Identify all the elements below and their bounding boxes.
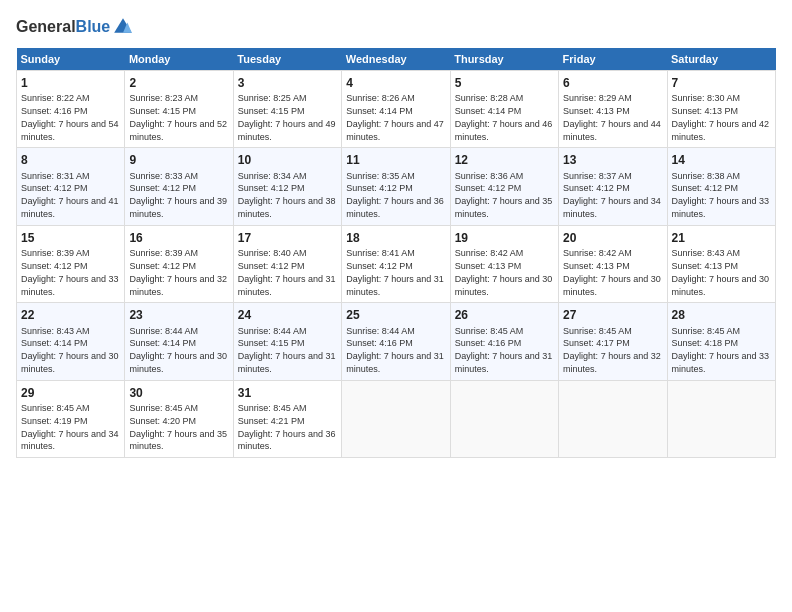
- col-header-sunday: Sunday: [17, 48, 125, 71]
- day-number: 26: [455, 307, 554, 323]
- day-cell: 11 Sunrise: 8:35 AMSunset: 4:12 PMDaylig…: [342, 148, 450, 225]
- week-row-5: 29 Sunrise: 8:45 AMSunset: 4:19 PMDaylig…: [17, 380, 776, 457]
- day-cell: 10 Sunrise: 8:34 AMSunset: 4:12 PMDaylig…: [233, 148, 341, 225]
- day-cell: 4 Sunrise: 8:26 AMSunset: 4:14 PMDayligh…: [342, 71, 450, 148]
- day-number: 31: [238, 385, 337, 401]
- day-number: 30: [129, 385, 228, 401]
- day-info: Sunrise: 8:44 AMSunset: 4:14 PMDaylight:…: [129, 326, 227, 374]
- day-info: Sunrise: 8:38 AMSunset: 4:12 PMDaylight:…: [672, 171, 770, 219]
- day-cell: 9 Sunrise: 8:33 AMSunset: 4:12 PMDayligh…: [125, 148, 233, 225]
- day-cell: [450, 380, 558, 457]
- day-info: Sunrise: 8:30 AMSunset: 4:13 PMDaylight:…: [672, 93, 770, 141]
- day-info: Sunrise: 8:29 AMSunset: 4:13 PMDaylight:…: [563, 93, 661, 141]
- day-cell: 26 Sunrise: 8:45 AMSunset: 4:16 PMDaylig…: [450, 303, 558, 380]
- week-row-1: 1 Sunrise: 8:22 AMSunset: 4:16 PMDayligh…: [17, 71, 776, 148]
- day-cell: [667, 380, 775, 457]
- col-header-thursday: Thursday: [450, 48, 558, 71]
- day-number: 19: [455, 230, 554, 246]
- day-cell: 19 Sunrise: 8:42 AMSunset: 4:13 PMDaylig…: [450, 225, 558, 302]
- day-cell: 7 Sunrise: 8:30 AMSunset: 4:13 PMDayligh…: [667, 71, 775, 148]
- day-info: Sunrise: 8:33 AMSunset: 4:12 PMDaylight:…: [129, 171, 227, 219]
- day-info: Sunrise: 8:35 AMSunset: 4:12 PMDaylight:…: [346, 171, 444, 219]
- day-cell: 17 Sunrise: 8:40 AMSunset: 4:12 PMDaylig…: [233, 225, 341, 302]
- day-cell: 18 Sunrise: 8:41 AMSunset: 4:12 PMDaylig…: [342, 225, 450, 302]
- day-cell: 31 Sunrise: 8:45 AMSunset: 4:21 PMDaylig…: [233, 380, 341, 457]
- day-info: Sunrise: 8:37 AMSunset: 4:12 PMDaylight:…: [563, 171, 661, 219]
- day-number: 2: [129, 75, 228, 91]
- day-number: 11: [346, 152, 445, 168]
- day-info: Sunrise: 8:39 AMSunset: 4:12 PMDaylight:…: [21, 248, 119, 296]
- col-header-wednesday: Wednesday: [342, 48, 450, 71]
- col-header-tuesday: Tuesday: [233, 48, 341, 71]
- day-number: 13: [563, 152, 662, 168]
- day-number: 12: [455, 152, 554, 168]
- day-cell: 23 Sunrise: 8:44 AMSunset: 4:14 PMDaylig…: [125, 303, 233, 380]
- day-number: 23: [129, 307, 228, 323]
- day-number: 24: [238, 307, 337, 323]
- day-info: Sunrise: 8:41 AMSunset: 4:12 PMDaylight:…: [346, 248, 444, 296]
- day-number: 15: [21, 230, 120, 246]
- day-cell: 27 Sunrise: 8:45 AMSunset: 4:17 PMDaylig…: [559, 303, 667, 380]
- day-cell: [559, 380, 667, 457]
- day-info: Sunrise: 8:31 AMSunset: 4:12 PMDaylight:…: [21, 171, 119, 219]
- day-info: Sunrise: 8:36 AMSunset: 4:12 PMDaylight:…: [455, 171, 553, 219]
- day-number: 10: [238, 152, 337, 168]
- day-info: Sunrise: 8:45 AMSunset: 4:16 PMDaylight:…: [455, 326, 553, 374]
- day-number: 17: [238, 230, 337, 246]
- day-info: Sunrise: 8:28 AMSunset: 4:14 PMDaylight:…: [455, 93, 553, 141]
- day-info: Sunrise: 8:26 AMSunset: 4:14 PMDaylight:…: [346, 93, 444, 141]
- day-info: Sunrise: 8:22 AMSunset: 4:16 PMDaylight:…: [21, 93, 119, 141]
- day-number: 25: [346, 307, 445, 323]
- day-number: 8: [21, 152, 120, 168]
- day-number: 14: [672, 152, 771, 168]
- day-number: 16: [129, 230, 228, 246]
- day-cell: 3 Sunrise: 8:25 AMSunset: 4:15 PMDayligh…: [233, 71, 341, 148]
- day-info: Sunrise: 8:42 AMSunset: 4:13 PMDaylight:…: [563, 248, 661, 296]
- day-number: 18: [346, 230, 445, 246]
- day-cell: 22 Sunrise: 8:43 AMSunset: 4:14 PMDaylig…: [17, 303, 125, 380]
- day-number: 28: [672, 307, 771, 323]
- day-cell: 24 Sunrise: 8:44 AMSunset: 4:15 PMDaylig…: [233, 303, 341, 380]
- col-header-monday: Monday: [125, 48, 233, 71]
- day-number: 9: [129, 152, 228, 168]
- day-number: 6: [563, 75, 662, 91]
- day-number: 4: [346, 75, 445, 91]
- logo: GeneralBlue: [16, 16, 134, 38]
- day-info: Sunrise: 8:45 AMSunset: 4:20 PMDaylight:…: [129, 403, 227, 451]
- logo-triangle-icon: [112, 16, 134, 38]
- col-header-friday: Friday: [559, 48, 667, 71]
- day-info: Sunrise: 8:34 AMSunset: 4:12 PMDaylight:…: [238, 171, 336, 219]
- day-info: Sunrise: 8:45 AMSunset: 4:19 PMDaylight:…: [21, 403, 119, 451]
- day-cell: 25 Sunrise: 8:44 AMSunset: 4:16 PMDaylig…: [342, 303, 450, 380]
- day-cell: 15 Sunrise: 8:39 AMSunset: 4:12 PMDaylig…: [17, 225, 125, 302]
- day-number: 1: [21, 75, 120, 91]
- day-cell: 20 Sunrise: 8:42 AMSunset: 4:13 PMDaylig…: [559, 225, 667, 302]
- day-number: 20: [563, 230, 662, 246]
- day-number: 3: [238, 75, 337, 91]
- header: GeneralBlue: [16, 16, 776, 38]
- day-cell: 28 Sunrise: 8:45 AMSunset: 4:18 PMDaylig…: [667, 303, 775, 380]
- day-info: Sunrise: 8:44 AMSunset: 4:16 PMDaylight:…: [346, 326, 444, 374]
- day-cell: 13 Sunrise: 8:37 AMSunset: 4:12 PMDaylig…: [559, 148, 667, 225]
- day-number: 27: [563, 307, 662, 323]
- calendar-table: SundayMondayTuesdayWednesdayThursdayFrid…: [16, 48, 776, 458]
- day-cell: 6 Sunrise: 8:29 AMSunset: 4:13 PMDayligh…: [559, 71, 667, 148]
- week-row-3: 15 Sunrise: 8:39 AMSunset: 4:12 PMDaylig…: [17, 225, 776, 302]
- day-info: Sunrise: 8:40 AMSunset: 4:12 PMDaylight:…: [238, 248, 336, 296]
- day-cell: [342, 380, 450, 457]
- day-cell: 8 Sunrise: 8:31 AMSunset: 4:12 PMDayligh…: [17, 148, 125, 225]
- logo-wordmark: GeneralBlue: [16, 16, 134, 38]
- day-info: Sunrise: 8:39 AMSunset: 4:12 PMDaylight:…: [129, 248, 227, 296]
- day-number: 5: [455, 75, 554, 91]
- page-container: GeneralBlue SundayMondayTuesdayWednesday…: [0, 0, 792, 466]
- day-info: Sunrise: 8:42 AMSunset: 4:13 PMDaylight:…: [455, 248, 553, 296]
- day-cell: 29 Sunrise: 8:45 AMSunset: 4:19 PMDaylig…: [17, 380, 125, 457]
- day-cell: 16 Sunrise: 8:39 AMSunset: 4:12 PMDaylig…: [125, 225, 233, 302]
- day-number: 7: [672, 75, 771, 91]
- col-header-saturday: Saturday: [667, 48, 775, 71]
- week-row-2: 8 Sunrise: 8:31 AMSunset: 4:12 PMDayligh…: [17, 148, 776, 225]
- day-info: Sunrise: 8:25 AMSunset: 4:15 PMDaylight:…: [238, 93, 336, 141]
- day-info: Sunrise: 8:45 AMSunset: 4:18 PMDaylight:…: [672, 326, 770, 374]
- day-info: Sunrise: 8:43 AMSunset: 4:14 PMDaylight:…: [21, 326, 119, 374]
- day-cell: 1 Sunrise: 8:22 AMSunset: 4:16 PMDayligh…: [17, 71, 125, 148]
